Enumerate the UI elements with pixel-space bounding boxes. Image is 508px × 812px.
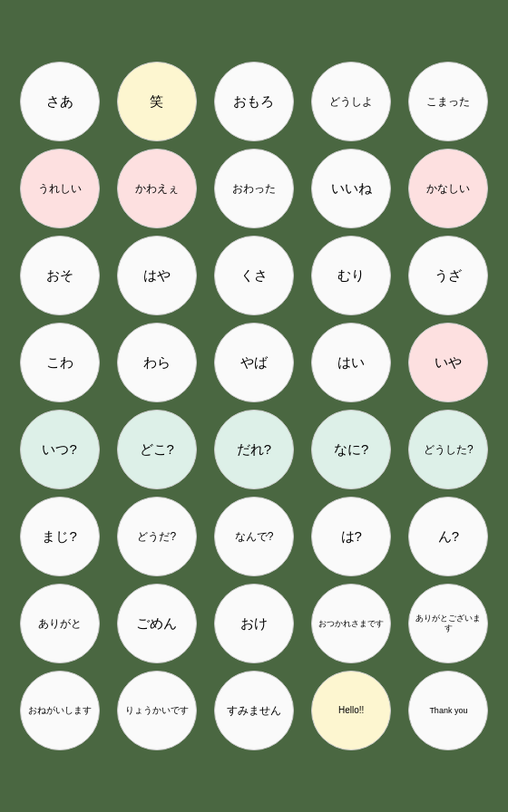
speech-bubble-7[interactable]: おわった	[214, 149, 294, 228]
bubble-text: さあ	[46, 93, 73, 110]
emoji-grid: さあ笑おもろどうしよこまったうれしいかわえぇおわったいいねかなしいおそはやくさむ…	[0, 47, 508, 765]
speech-bubble-23[interactable]: なに?	[311, 410, 391, 489]
bubble-text: すみません	[227, 704, 281, 717]
bubble-text: いつ?	[42, 441, 76, 458]
speech-bubble-37[interactable]: すみません	[214, 671, 294, 750]
bubble-text: かなしい	[426, 182, 470, 195]
bubble-text: やば	[240, 354, 268, 371]
bubble-text: おわった	[232, 182, 276, 195]
bubble-text: どうだ?	[137, 530, 176, 543]
bubble-text: ん?	[438, 528, 459, 545]
bubble-text: むり	[337, 267, 365, 284]
speech-bubble-36[interactable]: りょうかいです	[117, 671, 197, 750]
bubble-text: おもろ	[233, 93, 274, 110]
bubble-text: ありがと	[38, 617, 82, 630]
speech-bubble-22[interactable]: だれ?	[214, 410, 294, 489]
bubble-text: いいね	[331, 180, 372, 197]
bubble-text: うれしい	[38, 182, 82, 195]
speech-bubble-0[interactable]: さあ	[20, 62, 100, 141]
speech-bubble-17[interactable]: やば	[214, 323, 294, 402]
bubble-text: おつかれさまです	[318, 619, 384, 629]
speech-bubble-26[interactable]: どうだ?	[117, 497, 197, 576]
speech-bubble-24[interactable]: どうした?	[408, 410, 488, 489]
bubble-text: おねがいします	[28, 705, 92, 716]
speech-bubble-28[interactable]: は?	[311, 497, 391, 576]
speech-bubble-8[interactable]: いいね	[311, 149, 391, 228]
speech-bubble-29[interactable]: ん?	[408, 497, 488, 576]
bubble-text: いや	[435, 354, 462, 371]
bubble-text: こまった	[426, 95, 470, 108]
speech-bubble-31[interactable]: ごめん	[117, 584, 197, 663]
bubble-text: なんで?	[235, 530, 274, 543]
speech-bubble-11[interactable]: はや	[117, 236, 197, 315]
speech-bubble-35[interactable]: おねがいします	[20, 671, 100, 750]
speech-bubble-3[interactable]: どうしよ	[311, 62, 391, 141]
speech-bubble-19[interactable]: いや	[408, 323, 488, 402]
speech-bubble-6[interactable]: かわえぇ	[117, 149, 197, 228]
speech-bubble-38[interactable]: Hello!!	[311, 671, 391, 750]
speech-bubble-15[interactable]: こわ	[20, 323, 100, 402]
bubble-text: くさ	[240, 267, 268, 284]
speech-bubble-14[interactable]: うざ	[408, 236, 488, 315]
bubble-text: どこ?	[140, 441, 174, 458]
speech-bubble-30[interactable]: ありがと	[20, 584, 100, 663]
speech-bubble-10[interactable]: おそ	[20, 236, 100, 315]
speech-bubble-21[interactable]: どこ?	[117, 410, 197, 489]
speech-bubble-39[interactable]: Thank you	[408, 671, 488, 750]
bubble-text: うざ	[435, 267, 462, 284]
speech-bubble-32[interactable]: おけ	[214, 584, 294, 663]
speech-bubble-33[interactable]: おつかれさまです	[311, 584, 391, 663]
speech-bubble-13[interactable]: むり	[311, 236, 391, 315]
speech-bubble-18[interactable]: はい	[311, 323, 391, 402]
speech-bubble-27[interactable]: なんで?	[214, 497, 294, 576]
speech-bubble-12[interactable]: くさ	[214, 236, 294, 315]
bubble-text: 笑	[150, 93, 163, 110]
speech-bubble-4[interactable]: こまった	[408, 62, 488, 141]
bubble-text: なに?	[334, 441, 368, 458]
speech-bubble-9[interactable]: かなしい	[408, 149, 488, 228]
bubble-text: ありがとございます	[413, 614, 484, 633]
bubble-text: ごめん	[136, 615, 177, 632]
bubble-text: おけ	[240, 615, 268, 632]
speech-bubble-1[interactable]: 笑	[117, 62, 197, 141]
speech-bubble-34[interactable]: ありがとございます	[408, 584, 488, 663]
bubble-text: Thank you	[429, 706, 467, 716]
bubble-text: はい	[337, 354, 365, 371]
bubble-text: どうした?	[424, 443, 474, 456]
bubble-text: はや	[143, 267, 171, 284]
speech-bubble-2[interactable]: おもろ	[214, 62, 294, 141]
bubble-text: Hello!!	[338, 705, 364, 716]
speech-bubble-25[interactable]: まじ?	[20, 497, 100, 576]
bubble-text: おそ	[46, 267, 73, 284]
bubble-text: りょうかいです	[125, 705, 189, 716]
speech-bubble-16[interactable]: わら	[117, 323, 197, 402]
bubble-text: こわ	[46, 354, 73, 371]
bubble-text: まじ?	[42, 528, 76, 545]
bubble-text: かわえぇ	[135, 182, 179, 195]
bubble-text: わら	[143, 354, 171, 371]
bubble-text: どうしよ	[329, 95, 373, 108]
speech-bubble-5[interactable]: うれしい	[20, 149, 100, 228]
bubble-text: は?	[341, 528, 362, 545]
speech-bubble-20[interactable]: いつ?	[20, 410, 100, 489]
bubble-text: だれ?	[237, 441, 271, 458]
